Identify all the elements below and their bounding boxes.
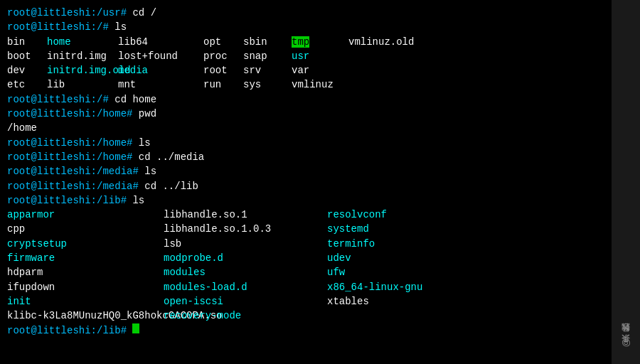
command: ls (132, 193, 144, 208)
lib-ls-row1: apparmor libhandle.so.1 resolvconf (7, 208, 604, 222)
lib-ls-row6: ifupdown modules-load.d x86_64-linux-gnu (7, 280, 604, 294)
prompt: root@littleshi:/# (7, 92, 114, 107)
prompt: root@littleshi:/home# (7, 107, 139, 121)
terminal: root@littleshi:/usr# cd / root@littleshi… (0, 0, 612, 364)
command: pwd (139, 107, 156, 121)
watermark-text: 头条 @数智风 (620, 338, 632, 350)
command: ls (114, 20, 127, 34)
command: ls (144, 164, 156, 178)
line-home-output: /home (7, 121, 604, 135)
prompt: root@littleshi:/lib# (7, 323, 132, 338)
line-cd-lib: root@littleshi:/media# cd ../lib (7, 179, 604, 193)
prompt: root@littleshi:/usr# (7, 6, 132, 20)
line-cd-home: root@littleshi:/# cd home (7, 92, 604, 107)
lib-ls-row3: cryptsetup lsb terminfo (7, 237, 604, 251)
cursor (132, 323, 139, 333)
lib-ls-row2: cpp libhandle.so.1.0.3 systemd (7, 222, 604, 236)
command: cd ../media (139, 150, 204, 164)
ls-row-2: boot initrd.img lost+found proc snap usr (7, 49, 604, 63)
prompt: root@littleshi:/lib# (7, 193, 132, 208)
prompt: root@littleshi:/home# (7, 136, 139, 150)
prompt: root@littleshi:/home# (7, 150, 139, 164)
command: cd / (132, 6, 156, 20)
line-ls-home: root@littleshi:/home# ls (7, 136, 604, 150)
line-ls-lib: root@littleshi:/lib# ls (7, 193, 604, 208)
lib-ls-row7: init open-iscsi xtables (7, 294, 604, 309)
ls-row-1: bin home lib64 opt sbin tmp vmlinuz.old (7, 35, 604, 49)
line-pwd: root@littleshi:/home# pwd (7, 107, 604, 121)
lib-ls-row4: firmware modprobe.d udev (7, 251, 604, 265)
line-2: root@littleshi:/# ls (7, 20, 604, 34)
prompt: root@littleshi:/media# (7, 164, 144, 178)
prompt: root@littleshi:/# (7, 20, 114, 34)
lib-ls-row5: hdparm modules ufw (7, 265, 604, 279)
prompt: root@littleshi:/media# (7, 179, 144, 193)
line-ls-media: root@littleshi:/media# ls (7, 164, 604, 178)
command: cd home (114, 92, 156, 107)
watermark: 头条 @数智风 (612, 0, 640, 364)
ls-row-3: dev initrd.img.old media root srv var (7, 63, 604, 77)
line-final-prompt: root@littleshi:/lib# (7, 323, 604, 338)
lib-ls-row8: klibc-k3La8MUnuzHQ0_kG8hokcGAC0PA.so rec… (7, 309, 604, 323)
ls-row-4: etc lib mnt run sys vmlinuz (7, 77, 604, 92)
command: ls (139, 136, 151, 150)
line-1: root@littleshi:/usr# cd / (7, 6, 604, 20)
line-cd-media: root@littleshi:/home# cd ../media (7, 150, 604, 164)
command: cd ../lib (144, 179, 198, 193)
